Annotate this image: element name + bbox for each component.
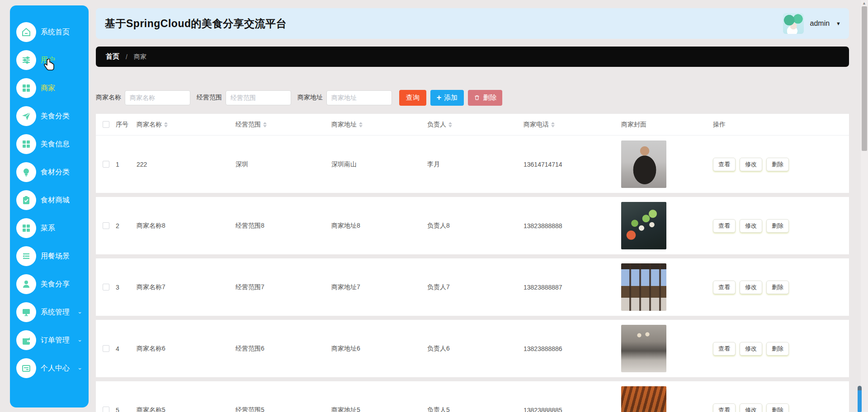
sidebar-item-ingredient-category[interactable]: 食材分类 bbox=[10, 158, 89, 186]
column-header-scope[interactable]: 经营范围 bbox=[236, 121, 331, 129]
delete-button[interactable]: 删除 bbox=[468, 90, 502, 106]
chevron-down-icon[interactable]: ⌄ bbox=[77, 364, 82, 371]
cell-scope: 经营范围5 bbox=[236, 406, 331, 412]
sidebar-item-label: 菜系 bbox=[41, 224, 55, 233]
cell-index: 2 bbox=[116, 222, 137, 229]
cell-index: 3 bbox=[116, 284, 137, 291]
row-checkbox[interactable] bbox=[103, 345, 109, 352]
breadcrumb-home-link[interactable]: 首页 bbox=[106, 52, 119, 61]
sidebar-item-label: 食材商城 bbox=[41, 196, 70, 205]
filter-label-name: 商家名称 bbox=[96, 94, 121, 102]
cell-address: 商家地址8 bbox=[331, 222, 427, 230]
sidebar-item-dining-scene[interactable]: 用餐场景 bbox=[10, 242, 89, 270]
merchant-name-input[interactable] bbox=[125, 90, 190, 105]
cell-scope: 经营范围8 bbox=[236, 222, 331, 230]
row-checkbox[interactable] bbox=[103, 222, 109, 229]
send-icon bbox=[16, 106, 36, 126]
sidebar-item-food-info[interactable]: 美食信息 bbox=[10, 130, 89, 158]
bottom-scroll-indicator bbox=[858, 386, 862, 412]
view-button[interactable]: 查看 bbox=[713, 158, 736, 171]
sidebar-item-label: 商家 bbox=[41, 84, 55, 93]
row-delete-button[interactable]: 删除 bbox=[766, 281, 789, 294]
sidebar-item-label: 食材分类 bbox=[41, 168, 70, 177]
sidebar-item-system-home[interactable]: 系统首页 bbox=[10, 18, 89, 46]
chevron-down-icon[interactable]: ⌄ bbox=[77, 336, 82, 343]
sidebar-item-cuisine[interactable]: 菜系 bbox=[10, 214, 89, 242]
breadcrumb-separator: / bbox=[126, 53, 127, 61]
column-header-address[interactable]: 商家地址 bbox=[331, 121, 427, 129]
sidebar-item-merchants[interactable]: 商家 bbox=[10, 74, 89, 102]
column-header-ops: 操作 bbox=[713, 121, 849, 129]
cell-index: 1 bbox=[116, 161, 137, 168]
table-row: 2 商家名称8 经营范围8 商家地址8 负责人8 13823888888 查看 … bbox=[96, 197, 849, 254]
username: admin bbox=[810, 19, 830, 28]
edit-button[interactable]: 修改 bbox=[740, 219, 762, 233]
sidebar-item-label: 用餐场景 bbox=[41, 252, 70, 261]
column-header-name[interactable]: 商家名称 bbox=[137, 121, 236, 129]
user-menu[interactable]: admin ▼ bbox=[783, 13, 841, 34]
row-checkbox[interactable] bbox=[103, 407, 109, 412]
merchant-cover-image bbox=[621, 386, 666, 412]
breadcrumb: 首页 / 商家 bbox=[96, 47, 849, 67]
cell-address: 商家地址5 bbox=[331, 406, 427, 412]
column-header-phone[interactable]: 商家电话 bbox=[524, 121, 621, 129]
cell-scope: 经营范围7 bbox=[236, 283, 331, 291]
sort-icon[interactable] bbox=[263, 122, 267, 127]
row-checkbox[interactable] bbox=[103, 161, 109, 168]
row-delete-button[interactable]: 删除 bbox=[766, 219, 789, 233]
edit-button[interactable]: 修改 bbox=[740, 158, 762, 171]
sidebar-item-label: 系统管理 bbox=[41, 308, 70, 317]
chevron-down-icon[interactable]: ⌄ bbox=[77, 308, 82, 315]
table-header: 序号 商家名称 经营范围 商家地址 负责人 商家电话 商家封面 操作 bbox=[96, 114, 849, 136]
row-divider bbox=[96, 316, 849, 320]
sort-icon[interactable] bbox=[551, 122, 555, 127]
add-button[interactable]: +添加 bbox=[430, 90, 464, 106]
sort-icon[interactable] bbox=[359, 122, 363, 127]
cell-phone: 13823888888 bbox=[524, 222, 621, 229]
cell-name: 商家名称7 bbox=[137, 283, 236, 291]
app-header: 基于SpringCloud的美食分享交流平台 admin ▼ bbox=[96, 8, 849, 39]
sort-icon[interactable] bbox=[164, 122, 168, 127]
plus-icon: + bbox=[437, 94, 442, 102]
merchant-cover-image bbox=[621, 325, 666, 372]
monitor-icon bbox=[16, 302, 36, 322]
sidebar-item-personal-center[interactable]: 个人中心 ⌄ bbox=[10, 354, 89, 382]
vertical-scrollbar[interactable]: ▲ bbox=[861, 0, 868, 412]
query-button[interactable]: 查询 bbox=[399, 90, 426, 106]
row-divider bbox=[96, 377, 849, 381]
edit-button[interactable]: 修改 bbox=[740, 342, 762, 356]
edit-button[interactable]: 修改 bbox=[740, 403, 762, 412]
sidebar-item-label: 美食分享 bbox=[41, 280, 70, 289]
cell-index: 4 bbox=[116, 345, 137, 352]
row-delete-button[interactable]: 删除 bbox=[766, 342, 789, 356]
cell-address: 深圳南山 bbox=[331, 160, 427, 169]
select-all-checkbox[interactable] bbox=[103, 121, 109, 128]
cell-index: 5 bbox=[116, 407, 137, 412]
home-icon bbox=[16, 22, 36, 42]
cell-scope: 深圳 bbox=[236, 160, 331, 169]
caret-down-icon: ▼ bbox=[836, 21, 841, 26]
user-icon bbox=[16, 274, 36, 294]
sidebar-item-ingredient-mall[interactable]: 食材商城 bbox=[10, 186, 89, 214]
edit-button[interactable]: 修改 bbox=[740, 281, 762, 294]
sort-icon[interactable] bbox=[448, 122, 452, 127]
row-delete-button[interactable]: 删除 bbox=[766, 403, 789, 412]
sidebar-item-food-category[interactable]: 美食分类 bbox=[10, 102, 89, 130]
row-delete-button[interactable]: 删除 bbox=[766, 158, 789, 171]
view-button[interactable]: 查看 bbox=[713, 403, 736, 412]
view-button[interactable]: 查看 bbox=[713, 219, 736, 233]
business-scope-input[interactable] bbox=[226, 90, 291, 105]
merchant-address-input[interactable] bbox=[326, 90, 392, 105]
view-button[interactable]: 查看 bbox=[713, 342, 736, 356]
breadcrumb-current: 商家 bbox=[134, 53, 146, 61]
sidebar-item-order-management[interactable]: 订单管理 ⌄ bbox=[10, 326, 89, 354]
cell-phone: 13614714714 bbox=[524, 161, 621, 168]
row-checkbox[interactable] bbox=[103, 284, 109, 290]
sidebar-item-food-share[interactable]: 美食分享 bbox=[10, 270, 89, 298]
column-header-manager[interactable]: 负责人 bbox=[427, 121, 524, 129]
sidebar-item-system-management[interactable]: 系统管理 ⌄ bbox=[10, 298, 89, 326]
scrollbar-thumb[interactable] bbox=[862, 6, 867, 151]
scroll-up-icon[interactable]: ▲ bbox=[862, 1, 866, 5]
view-button[interactable]: 查看 bbox=[713, 281, 736, 294]
column-header-index: 序号 bbox=[116, 121, 137, 129]
